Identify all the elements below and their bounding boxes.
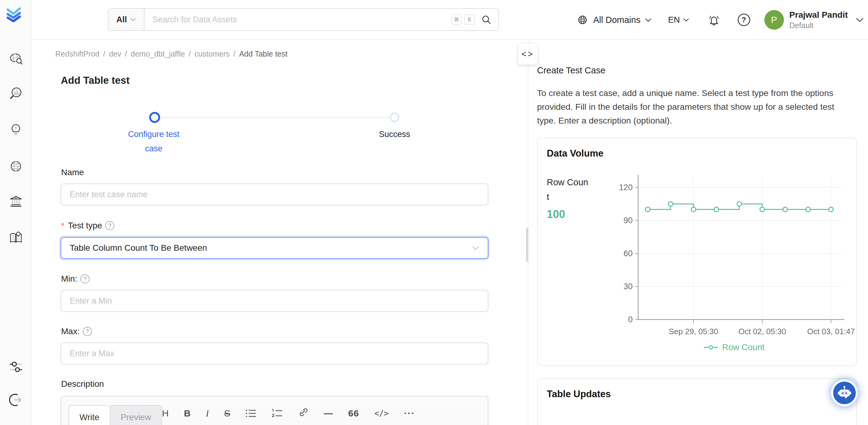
italic-icon[interactable]: I <box>206 408 209 419</box>
explore-globe-search-icon[interactable] <box>8 52 23 66</box>
breadcrumb-separator: / <box>233 50 235 58</box>
test-case-name-input[interactable] <box>61 183 488 206</box>
ideas-lightbulb-bolt-icon[interactable] <box>8 122 23 137</box>
code-brackets-glyph: <> <box>521 50 534 59</box>
link-icon[interactable] <box>298 408 308 419</box>
knowledge-book-icon[interactable] <box>8 230 23 245</box>
test-type-help-icon[interactable]: ? <box>105 221 114 230</box>
right-panel: Create Test Case To create a test case, … <box>528 40 868 425</box>
breadcrumb-item[interactable]: demo_dbt_jaffle <box>131 50 185 58</box>
right-panel-description: To create a test case, add a unique name… <box>537 86 843 127</box>
svg-text:30: 30 <box>623 282 633 291</box>
svg-text:Sep 29, 05:30: Sep 29, 05:30 <box>669 327 718 336</box>
max-help-icon[interactable]: ? <box>83 327 92 336</box>
topbar-right-cluster: All Domains EN ? P <box>576 0 864 40</box>
logout-icon[interactable] <box>8 393 23 407</box>
horizontal-rule-icon[interactable]: — <box>324 408 333 419</box>
user-name: Prajwal Pandit <box>789 10 848 20</box>
row-count-chart: 0306090120Sep 29, 05:30Oct 02, 05:30Oct … <box>612 173 857 338</box>
breadcrumb-item[interactable]: dev <box>109 50 121 58</box>
cmd-key-badge: ⌘ <box>452 14 462 25</box>
breadcrumb-separator: / <box>125 50 127 58</box>
chevron-down-icon <box>645 18 652 22</box>
all-domains-label: All Domains <box>593 15 641 25</box>
name-label: Name <box>61 168 84 177</box>
topbar: All ⌘ K All Domains <box>31 0 868 40</box>
help-icon[interactable]: ? <box>737 13 751 27</box>
right-panel-title: Create Test Case <box>537 65 606 75</box>
table-updates-card: Table Updates <box>537 378 857 425</box>
governance-bank-icon[interactable] <box>8 194 23 209</box>
stepper-connector <box>161 117 391 118</box>
editor-toolbar: H B I S <box>162 408 415 419</box>
k-key-badge: K <box>464 14 475 25</box>
avatar: P <box>765 10 784 30</box>
chevron-down-icon <box>130 18 136 22</box>
data-volume-card: Data Volume Row Count 100 0306090120Sep … <box>537 138 857 366</box>
stepper-step-2-label: Success <box>370 127 419 142</box>
stepper-step-1-dot <box>149 112 160 123</box>
search-scope-dropdown[interactable]: All <box>108 9 145 30</box>
domains-globe-icon[interactable] <box>8 159 23 174</box>
min-label: Min: ? <box>61 274 90 284</box>
chart-legend[interactable]: Row Count <box>612 342 857 352</box>
chevron-down-icon <box>472 246 479 250</box>
settings-sliders-icon[interactable] <box>8 360 23 374</box>
editor-tab-write[interactable]: Write <box>68 405 110 425</box>
chevron-down-icon <box>856 18 864 22</box>
bullet-list-icon[interactable] <box>245 408 256 418</box>
table-updates-title: Table Updates <box>547 389 611 400</box>
help-question-glyph: ? <box>737 13 751 27</box>
svg-text:Oct 02, 05:30: Oct 02, 05:30 <box>738 327 786 336</box>
strikethrough-icon[interactable]: S <box>224 408 230 419</box>
language-label: EN <box>668 15 680 25</box>
search-icon[interactable] <box>481 14 492 25</box>
breadcrumb-item[interactable]: customers <box>194 50 229 58</box>
row-count-metric-value: 100 <box>547 208 565 221</box>
min-help-icon[interactable]: ? <box>81 274 90 283</box>
test-type-select[interactable]: Table Column Count To Be Between <box>61 237 488 259</box>
breadcrumb-item-current: Add Table test <box>239 50 287 58</box>
collapse-panel-button[interactable]: <> <box>518 43 538 65</box>
search-input[interactable] <box>145 15 452 25</box>
breadcrumb-separator: / <box>189 50 191 58</box>
all-domains-dropdown[interactable]: All Domains <box>576 13 652 26</box>
test-type-label: * Test type ? <box>61 221 114 231</box>
notifications-bell-icon[interactable] <box>707 13 721 27</box>
quote-icon[interactable]: 66 <box>348 408 359 419</box>
svg-text:60: 60 <box>623 249 633 258</box>
svg-text:120: 120 <box>619 183 633 192</box>
bold-icon[interactable]: B <box>184 408 191 419</box>
main-content: RedshiftProd / dev / demo_dbt_jaffle / c… <box>31 40 528 425</box>
description-label: Description <box>61 379 104 389</box>
min-input[interactable] <box>61 290 488 312</box>
stepper-step-1-label: Configure test case <box>120 127 187 156</box>
breadcrumb-separator: / <box>103 50 105 58</box>
svg-text:Oct 03, 01:47: Oct 03, 01:47 <box>807 327 855 336</box>
breadcrumb: RedshiftProd / dev / demo_dbt_jaffle / c… <box>55 50 287 58</box>
globe-icon <box>576 13 589 26</box>
code-icon[interactable]: </> <box>374 409 389 418</box>
user-menu[interactable]: P Prajwal Pandit Default <box>765 10 864 30</box>
legend-line-marker-icon <box>704 345 718 350</box>
stepper-step-2-dot <box>390 113 400 122</box>
app-window: All ⌘ K All Domains <box>0 0 868 425</box>
max-label: Max: ? <box>61 327 92 336</box>
data-volume-title: Data Volume <box>547 148 603 159</box>
page-title: Add Table test <box>61 74 130 86</box>
max-input[interactable] <box>61 342 488 364</box>
numbered-list-icon[interactable] <box>272 408 283 418</box>
chatbot-button[interactable] <box>832 380 857 406</box>
legend-label: Row Count <box>722 342 765 352</box>
editor-tab-preview[interactable]: Preview <box>110 405 162 425</box>
breadcrumb-item[interactable]: RedshiftProd <box>55 50 100 58</box>
more-options-icon[interactable]: ··· <box>404 408 415 419</box>
test-type-selected-value: Table Column Count To Be Between <box>70 243 207 253</box>
insights-magnifier-chart-icon[interactable] <box>8 86 23 100</box>
robot-icon <box>837 385 852 401</box>
app-logo-icon[interactable] <box>5 4 23 23</box>
svg-text:90: 90 <box>623 216 633 225</box>
heading-icon[interactable]: H <box>162 408 169 419</box>
language-dropdown[interactable]: EN <box>668 15 689 25</box>
svg-text:0: 0 <box>628 315 633 324</box>
